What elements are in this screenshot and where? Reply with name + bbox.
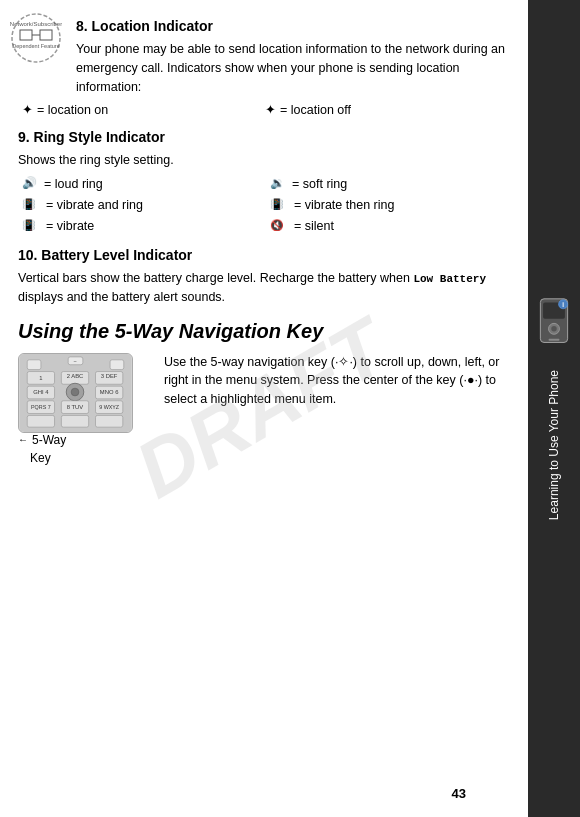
vibrate-and-ring-label: = vibrate and ring xyxy=(46,198,143,212)
key-label: Key xyxy=(30,451,51,465)
svg-text:i: i xyxy=(562,301,564,308)
page-number: 43 xyxy=(452,786,466,801)
network-badge: Network/Subscriber Dependent Feature xyxy=(10,12,62,64)
vibrate-and-ring-icon: 📳 xyxy=(22,196,42,213)
ring-vibrate-then: 📳 = vibrate then ring xyxy=(270,195,508,214)
ring-soft: 🔉 = soft ring xyxy=(270,174,508,193)
nav-select-symbol: ● xyxy=(467,373,475,387)
section10-heading: 10. Battery Level Indicator xyxy=(18,247,508,263)
svg-text:🔊: 🔊 xyxy=(22,175,37,189)
location-on-label: = location on xyxy=(37,103,108,117)
main-content: Network/Subscriber Dependent Feature 8. … xyxy=(0,0,528,817)
svg-text:9 WXYZ: 9 WXYZ xyxy=(99,403,120,409)
ring-loud: 🔊 = loud ring xyxy=(22,174,260,193)
section8-body: Your phone may be able to send location … xyxy=(76,40,508,96)
vibrate-then-ring-icon: 📳 xyxy=(270,196,290,213)
section-9: 9. Ring Style Indicator Shows the ring s… xyxy=(18,129,508,235)
location-off-cell: ✦ = location off xyxy=(265,102,508,117)
svg-text:📳: 📳 xyxy=(22,218,36,231)
ring-indicators: 🔊 = loud ring 🔉 = soft ring xyxy=(22,174,508,235)
svg-rect-35 xyxy=(27,415,54,427)
svg-point-26 xyxy=(71,388,79,396)
section-10: 10. Battery Level Indicator Vertical bar… xyxy=(18,247,508,307)
svg-point-41 xyxy=(551,326,556,331)
section8-heading: 8. Location Indicator xyxy=(76,18,508,34)
nav-image-area: – 1 2 ABC 3 DEF GHI 4 xyxy=(18,353,148,469)
svg-text:📳: 📳 xyxy=(22,197,36,210)
location-on-cell: ✦ = location on xyxy=(22,102,265,117)
location-on-icon: ✦ xyxy=(22,102,33,117)
svg-rect-2 xyxy=(20,30,32,40)
section9-body: Shows the ring style setting. xyxy=(18,151,508,170)
svg-rect-36 xyxy=(61,415,88,427)
svg-text:Network/Subscriber: Network/Subscriber xyxy=(10,21,62,27)
ring-vibrate-and: 📳 = vibrate and ring xyxy=(22,195,260,214)
keypad-image: – 1 2 ABC 3 DEF GHI 4 xyxy=(18,353,133,433)
location-off-icon: ✦ xyxy=(265,102,276,117)
section-8: 8. Location Indicator Your phone may be … xyxy=(18,18,508,117)
svg-rect-42 xyxy=(549,339,560,341)
soft-ring-icon: 🔉 xyxy=(270,175,288,192)
nav-description: Use the 5-way navigation key (·✧·) to sc… xyxy=(164,353,508,469)
svg-text:MNO 6: MNO 6 xyxy=(100,388,119,394)
nav-arrow-icon: ← xyxy=(18,434,28,445)
vibrate-label: = vibrate xyxy=(46,219,94,233)
section10-body-part1: Vertical bars show the battery charge le… xyxy=(18,271,410,285)
svg-text:8 TUV: 8 TUV xyxy=(67,403,84,409)
svg-text:PQRS 7: PQRS 7 xyxy=(31,403,51,409)
svg-text:GHI 4: GHI 4 xyxy=(33,388,49,394)
svg-text:3 DEF: 3 DEF xyxy=(101,373,118,379)
soft-ring-label: = soft ring xyxy=(292,177,347,191)
ring-vibrate: 📳 = vibrate xyxy=(22,216,260,235)
right-sidebar: i Learning to Use Your Phone xyxy=(528,0,580,817)
phone-icon: i xyxy=(534,297,574,347)
section10-body-part2: displays and the battery alert sounds. xyxy=(18,290,225,304)
loud-ring-icon: 🔊 xyxy=(22,175,40,192)
svg-rect-13 xyxy=(27,359,41,369)
section9-heading: 9. Ring Style Indicator xyxy=(18,129,508,145)
svg-rect-16 xyxy=(110,359,124,369)
silent-label: = silent xyxy=(294,219,334,233)
nav-scroll-symbol: ✧ xyxy=(338,355,349,369)
svg-text:Dependent Feature: Dependent Feature xyxy=(12,43,59,49)
location-indicators: ✦ = location on ✦ = location off xyxy=(22,102,508,117)
svg-text:🔉: 🔉 xyxy=(270,175,285,189)
low-battery-label: Low Battery xyxy=(413,273,486,285)
key-text: Key xyxy=(30,451,51,465)
svg-text:1: 1 xyxy=(39,375,42,381)
silent-icon: 🔇 xyxy=(270,217,290,234)
svg-text:🔇: 🔇 xyxy=(270,218,284,231)
ring-silent: 🔇 = silent xyxy=(270,216,508,235)
sidebar-label: Learning to Use Your Phone xyxy=(546,370,563,520)
svg-rect-3 xyxy=(40,30,52,40)
svg-text:2 ABC: 2 ABC xyxy=(67,373,84,379)
fiveway-text: 5-Way xyxy=(32,433,66,447)
svg-text:–: – xyxy=(74,358,77,363)
nav-section: – 1 2 ABC 3 DEF GHI 4 xyxy=(18,353,508,469)
vibrate-then-ring-label: = vibrate then ring xyxy=(294,198,394,212)
svg-text:📳: 📳 xyxy=(270,197,284,210)
svg-rect-37 xyxy=(95,415,122,427)
vibrate-icon: 📳 xyxy=(22,217,42,234)
page-wrapper: DRAFT Network/Subscriber Dependent Featu… xyxy=(0,0,580,817)
section10-body: Vertical bars show the battery charge le… xyxy=(18,269,508,307)
location-off-label: = location off xyxy=(280,103,351,117)
fiveway-label: ← 5-Way xyxy=(18,433,66,447)
phone-icon-container: i xyxy=(534,297,574,350)
nav-big-heading: Using the 5-Way Navigation Key xyxy=(18,319,508,343)
loud-ring-label: = loud ring xyxy=(44,177,103,191)
